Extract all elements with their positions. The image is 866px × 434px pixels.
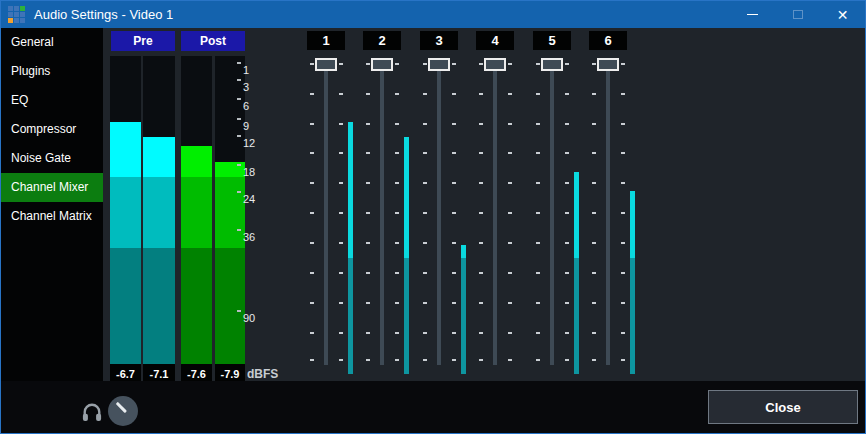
- sidebar-item-channel-mixer[interactable]: Channel Mixer: [1, 173, 103, 202]
- maximize-icon: [793, 10, 803, 19]
- channel-3-slider-thumb[interactable]: [428, 58, 450, 71]
- scale-label-9: 9: [243, 120, 249, 132]
- scale-tick: [237, 310, 241, 312]
- slider-tick: [479, 123, 483, 125]
- sidebar-item-channel-matrix[interactable]: Channel Matrix: [1, 202, 103, 231]
- slider-tick: [310, 272, 314, 274]
- slider-tick: [621, 242, 625, 244]
- slider-tick: [339, 272, 343, 274]
- channel-5-slider-thumb[interactable]: [541, 58, 563, 71]
- slider-tick: [621, 182, 625, 184]
- sidebar-item-eq[interactable]: EQ: [1, 86, 103, 115]
- channel-6-slider-thumb[interactable]: [597, 58, 619, 71]
- slider-tick: [452, 242, 456, 244]
- channel-5-slider-track[interactable]: [550, 64, 554, 365]
- slider-tick: [621, 152, 625, 154]
- channel-6-header: 6: [589, 31, 627, 50]
- sidebar: GeneralPluginsEQCompressorNoise GateChan…: [1, 28, 103, 381]
- scale-tick: [237, 79, 241, 81]
- channel-3-slider-track[interactable]: [437, 64, 441, 365]
- slider-tick: [508, 359, 512, 361]
- scale-tick: [237, 118, 241, 120]
- slider-tick: [339, 63, 343, 65]
- slider-tick: [621, 123, 625, 125]
- sidebar-item-compressor[interactable]: Compressor: [1, 115, 103, 144]
- volume-knob[interactable]: [108, 396, 138, 426]
- post-meter-header: Post: [181, 31, 245, 51]
- slider-tick: [508, 302, 512, 304]
- slider-tick: [423, 332, 427, 334]
- slider-tick: [452, 359, 456, 361]
- slider-tick: [592, 359, 596, 361]
- slider-tick: [479, 212, 483, 214]
- slider-tick: [395, 93, 399, 95]
- sidebar-item-general[interactable]: General: [1, 28, 103, 57]
- slider-tick: [395, 302, 399, 304]
- channel-3-header: 3: [420, 31, 458, 50]
- slider-tick: [536, 63, 540, 65]
- knob-indicator: [116, 402, 127, 413]
- slider-tick: [592, 302, 596, 304]
- slider-tick: [536, 93, 540, 95]
- slider-tick: [508, 332, 512, 334]
- scale-label-18: 18: [243, 166, 255, 178]
- slider-tick: [366, 212, 370, 214]
- slider-tick: [536, 359, 540, 361]
- slider-tick: [366, 93, 370, 95]
- slider-tick: [310, 63, 314, 65]
- slider-tick: [423, 359, 427, 361]
- slider-tick: [339, 182, 343, 184]
- scale-tick: [237, 135, 241, 137]
- slider-tick: [339, 332, 343, 334]
- slider-tick: [423, 123, 427, 125]
- scale-label-90: 90: [243, 312, 255, 324]
- slider-tick: [452, 182, 456, 184]
- slider-tick: [395, 272, 399, 274]
- slider-tick: [366, 152, 370, 154]
- channel-1-slider-track[interactable]: [324, 64, 328, 365]
- slider-tick: [621, 63, 625, 65]
- minimize-button[interactable]: [730, 1, 775, 28]
- channel-1-header: 1: [307, 31, 345, 50]
- channel-2-slider-track[interactable]: [380, 64, 384, 365]
- sidebar-item-plugins[interactable]: Plugins: [1, 57, 103, 86]
- slider-tick: [592, 123, 596, 125]
- footer: Close: [1, 381, 865, 433]
- slider-tick: [310, 123, 314, 125]
- channel-6-level-meter: [630, 191, 635, 374]
- channel-4-header: 4: [476, 31, 514, 50]
- slider-tick: [366, 242, 370, 244]
- slider-tick: [395, 182, 399, 184]
- slider-tick: [479, 182, 483, 184]
- slider-tick: [310, 152, 314, 154]
- headphones-icon[interactable]: [81, 402, 103, 422]
- slider-tick: [395, 152, 399, 154]
- scale-label-24: 24: [243, 193, 255, 205]
- channel-4-slider-thumb[interactable]: [484, 58, 506, 71]
- pre-meter-right: [143, 56, 175, 367]
- slider-tick: [452, 332, 456, 334]
- channel-4-slider-track[interactable]: [493, 64, 497, 365]
- channel-5-header: 5: [533, 31, 571, 50]
- slider-tick: [592, 93, 596, 95]
- close-window-button[interactable]: ✕: [820, 1, 865, 28]
- channel-6-slider-track[interactable]: [606, 64, 610, 365]
- channel-2-slider-thumb[interactable]: [371, 58, 393, 71]
- slider-tick: [565, 359, 569, 361]
- slider-tick: [508, 212, 512, 214]
- channel-1-slider-thumb[interactable]: [315, 58, 337, 71]
- slider-tick: [536, 272, 540, 274]
- slider-tick: [508, 93, 512, 95]
- slider-tick: [479, 332, 483, 334]
- slider-tick: [621, 272, 625, 274]
- scale-label-3: 3: [243, 81, 249, 93]
- slider-tick: [452, 272, 456, 274]
- slider-tick: [536, 182, 540, 184]
- slider-tick: [565, 272, 569, 274]
- sidebar-item-noise-gate[interactable]: Noise Gate: [1, 144, 103, 173]
- slider-tick: [339, 152, 343, 154]
- slider-tick: [395, 242, 399, 244]
- slider-tick: [310, 212, 314, 214]
- close-button[interactable]: Close: [708, 390, 858, 424]
- slider-tick: [565, 182, 569, 184]
